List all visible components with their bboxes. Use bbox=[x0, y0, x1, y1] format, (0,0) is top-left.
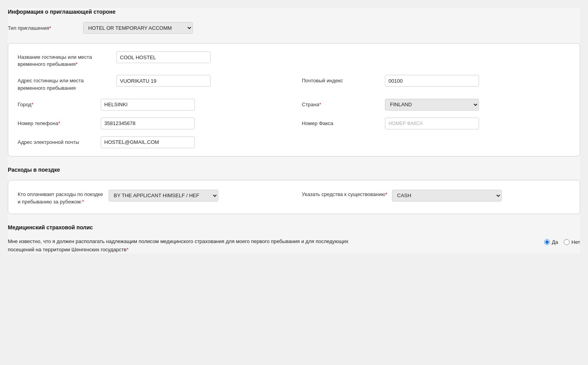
invitation-type-select[interactable]: HOTEL OR TEMPORARY ACCOMM PRIVATE PERSON… bbox=[83, 22, 193, 34]
hotel-name-label: Название гостиницы или места временного … bbox=[18, 51, 112, 68]
insurance-title: Медицинский страховой полис bbox=[8, 223, 580, 231]
email-label: Адрес электронной почты bbox=[18, 136, 96, 146]
insurance-no-label: Нет bbox=[572, 239, 580, 245]
invitation-type-label: Тип приглашения* bbox=[8, 25, 78, 31]
inviting-party-title: Информация о приглашающей стороне bbox=[8, 8, 580, 16]
city-input[interactable] bbox=[101, 99, 195, 111]
expenses-block: Кто оплачивает расходы по поездке и преб… bbox=[8, 180, 580, 214]
postal-code-label: Почтовый индекс bbox=[302, 75, 380, 84]
country-label: Страна* bbox=[302, 99, 380, 108]
insurance-radio-group: Да Нет bbox=[544, 238, 580, 245]
insurance-yes-radio[interactable] bbox=[544, 239, 550, 245]
insurance-yes-label: Да bbox=[552, 239, 558, 245]
insurance-text: Мне известно, что я должен располагать н… bbox=[8, 238, 361, 254]
insurance-yes-option[interactable]: Да bbox=[544, 239, 558, 245]
payer-select[interactable]: BY THE APPLICANT HIMSELF / HEF BY SPONSO… bbox=[109, 190, 218, 202]
country-select[interactable]: FINLAND ESTONIA SWEDEN NORWAY bbox=[385, 99, 479, 111]
means-label: Указать средства к существованию* bbox=[302, 188, 387, 198]
insurance-no-radio[interactable] bbox=[564, 239, 570, 245]
hotel-name-input[interactable] bbox=[116, 51, 211, 63]
phone-input[interactable] bbox=[101, 118, 195, 129]
postal-code-input[interactable] bbox=[385, 75, 479, 87]
city-label: Город* bbox=[18, 99, 96, 108]
expenses-title: Расходы в поездке bbox=[8, 166, 580, 174]
fax-input[interactable] bbox=[385, 118, 479, 129]
fax-label: Номер Факса bbox=[302, 118, 380, 127]
email-input[interactable] bbox=[101, 136, 195, 148]
means-select[interactable]: CASH CREDIT CARD TRAVELLER CHEQUES PREPA… bbox=[392, 190, 502, 202]
payer-label: Кто оплачивает расходы по поездке и преб… bbox=[18, 188, 104, 206]
address-label: Адрес гостиницы или места временного пре… bbox=[18, 75, 112, 91]
address-input[interactable] bbox=[116, 75, 211, 87]
insurance-no-option[interactable]: Нет bbox=[564, 239, 580, 245]
hotel-block: Название гостиницы или места временного … bbox=[8, 43, 580, 156]
phone-label: Номер телефона* bbox=[18, 118, 96, 127]
